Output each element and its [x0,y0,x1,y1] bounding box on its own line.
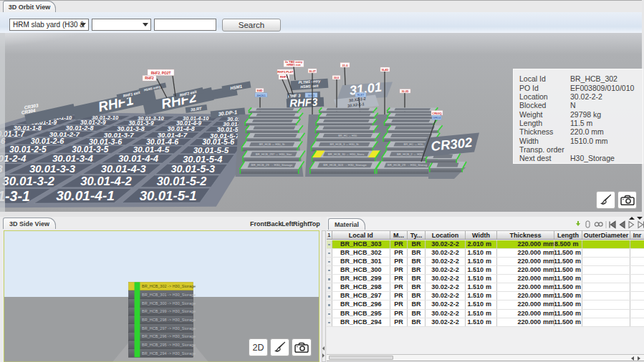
svg-text:RHF3,PL6T: RHF3,PL6T [277,70,294,74]
svg-text:BR_HCB_29 → H30_Storag: BR_HCB_29 → H30_Storag [388,163,428,167]
svg-text:BR_HCB_295 -> H30_Storage: BR_HCB_295 -> H30_Storage [142,343,196,347]
svg-text:BR_HCB_297 -> H30_Storage: BR_HCB_297 -> H30_Storage [142,326,196,331]
svg-text:3H261: 3H261 [256,94,266,97]
svg-text:BR_HCB → H30_St: BR_HCB → H30_St [259,142,286,146]
svg-text:HRM1 exit: HRM1 exit [287,63,301,67]
svg-text:30.01-4-4: 30.01-4-4 [118,153,159,164]
svg-text:30.01-5-2: 30.01-5-2 [157,175,207,187]
svg-text:30.01-5-4: 30.01-5-4 [183,154,222,165]
svg-text:30.01-3-4: 30.01-3-4 [52,153,94,164]
svg-text:30.01-3-5: 30.01-3-5 [72,145,108,155]
svg-text:30.01-3-10: 30.01-3-10 [138,115,165,122]
svg-text:RHF2: RHF2 [145,77,154,80]
svg-text:30.01-5-3: 30.01-5-3 [170,163,215,175]
svg-text:BR_HCB_29 → H30_Storage: BR_HCB_29 → H30_Storage [251,163,293,167]
svg-text:30.01-2-5: 30.01-2-5 [9,145,47,155]
svg-text:30.01-4-3: 30.01-4-3 [101,163,146,175]
svg-text:BR_HC → H30: BR_HC → H30 [338,134,357,137]
svg-text:30.01-5-5: 30.01-5-5 [193,145,229,155]
svg-text:RHF2, PO2T: RHF2, PO2T [151,72,171,75]
svg-text:BR_HC → H30_S: BR_HC → H30_S [404,142,427,146]
svg-text:30.01-3-3: 30.01-3-3 [29,162,76,175]
svg-text:30.2T: 30.2T [309,70,316,73]
svg-text:9I4D: 9I4D [256,89,262,92]
svg-text:30.01-4-1: 30.01-4-1 [56,188,115,203]
svg-text:BR_HCB_3 → H30_St: BR_HCB_3 → H30_St [330,142,359,146]
svg-text:30.2D: 30.2D [401,90,408,93]
svg-text:BR_HCB_301 -> H30_Storage: BR_HCB_301 -> H30_Storage [142,293,196,297]
svg-text:BR_HCB_30 → H30_Stora: BR_HCB_30 → H30_Stora [328,152,365,156]
svg-text:30.01-3-2: 30.01-3-2 [2,175,54,188]
svg-text:CR03Q: CR03Q [432,112,441,115]
svg-text:9L8T: 9L8T [357,93,364,97]
svg-text:30.01-5-1: 30.01-5-1 [140,188,197,203]
svg-text:30.01-4-5: 30.01-4-5 [133,145,170,155]
svg-text:BR_HCB_297 → H30_Stor: BR_HCB_297 → H30_Stor [256,152,292,156]
svg-text:BR_HCB_302 -> H30_Storage: BR_HCB_302 -> H30_Storage [142,284,196,288]
svg-text:RHF3: RHF3 [289,95,319,109]
svg-text:BR_HCB_294 -> H30_Storage: BR_HCB_294 -> H30_Storage [142,351,196,356]
svg-text:9L4D: 9L4D [382,69,389,72]
svg-text:31.0: 31.0 [342,64,348,67]
svg-text:BR_HCB_296 -> H30_Storage: BR_HCB_296 -> H30_Storage [142,334,196,338]
svg-text:BR_HCB_303 → H30_Storage: BR_HCB_303 → H30_Storage [323,163,367,167]
svg-text:BR_HCB_298 -> H30_Storage: BR_HCB_298 -> H30_Storage [142,318,196,322]
svg-text:BR_HCB_300 -> H30_Storage: BR_HCB_300 -> H30_Storage [142,301,196,305]
svg-text:30.01-4-10: 30.01-4-10 [183,115,209,122]
svg-text:GR04: GR04 [433,116,441,119]
svg-text:30.01-4-2: 30.01-4-2 [80,175,132,188]
svg-text:BR_HCB_299 -> H30_Storage: BR_HCB_299 -> H30_Storage [142,309,196,313]
svg-text:30.0: 30.0 [334,77,339,79]
